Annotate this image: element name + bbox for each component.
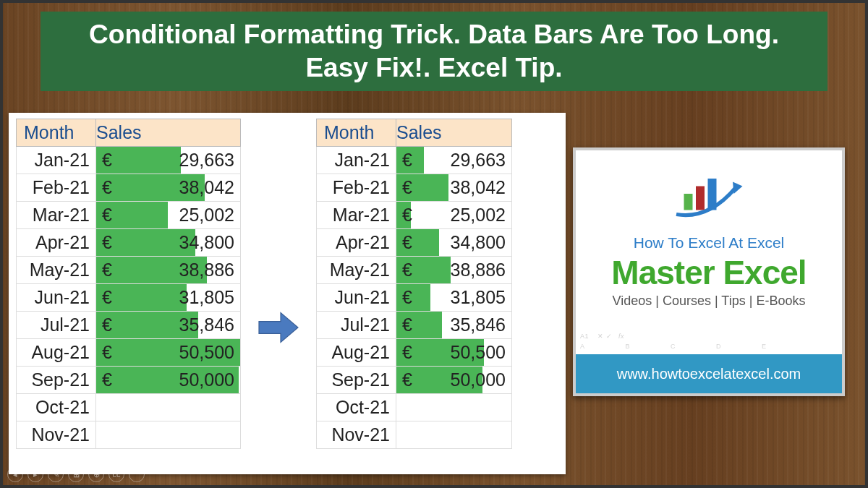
cell-sales: €29,663 [396, 147, 512, 174]
currency-symbol: € [402, 369, 417, 390]
promo-card: How To Excel At Excel Master Excel Video… [573, 147, 845, 396]
sales-value: 29,663 [451, 150, 506, 171]
currency-symbol: € [402, 232, 417, 253]
table-after: Month Sales Jan-21€29,663Feb-21€38,042Ma… [316, 119, 512, 449]
tables-panel: Month Sales Jan-21€29,663Feb-21€38,042Ma… [9, 113, 566, 474]
more-icon[interactable]: ⋯ [129, 466, 145, 482]
sales-value: 50,500 [179, 342, 234, 363]
table-row: Sep-21€50,000 [317, 367, 512, 394]
sales-value: 25,002 [451, 205, 506, 226]
logo-icon [590, 169, 827, 227]
sales-text: €38,886 [396, 257, 511, 283]
currency-symbol: € [402, 342, 417, 363]
arrow-icon [257, 306, 300, 349]
cell-sales [396, 394, 512, 421]
sales-text: €50,000 [396, 367, 511, 393]
promo-url: www.howtoexcelatexcel.com [576, 354, 842, 393]
slide-title: Conditional Formatting Trick. Data Bars … [55, 18, 813, 85]
cell-sales: €50,000 [96, 367, 241, 394]
table-row: Aug-21€50,500 [17, 339, 241, 367]
table-row: May-21€38,886 [17, 257, 241, 284]
sales-text: €50,500 [96, 340, 240, 365]
zoom-icon[interactable]: ⊕ [88, 466, 104, 482]
cell-sales: €38,886 [96, 257, 241, 284]
cell-month: Jan-21 [317, 147, 396, 174]
sales-value: 38,042 [451, 177, 506, 198]
currency-symbol: € [102, 369, 116, 390]
header-sales: Sales [96, 119, 241, 147]
ghost-grid: A1 ✕ ✓ fx ABCDE [580, 332, 835, 351]
table-row: Nov-21 [17, 421, 241, 449]
slide-canvas: Conditional Formatting Trick. Data Bars … [0, 0, 868, 488]
sales-text: €50,500 [396, 340, 511, 365]
header-month: Month [17, 119, 96, 147]
cell-sales: €38,042 [396, 174, 512, 202]
sales-value: 38,886 [451, 260, 506, 281]
table-row: Feb-21€38,042 [17, 174, 241, 202]
sales-value: 29,663 [179, 150, 234, 171]
table-row: Oct-21 [317, 394, 512, 421]
thumbnails-icon[interactable]: ⊞ [68, 466, 84, 482]
currency-symbol: € [402, 287, 417, 308]
promo-detail: Videos | Courses | Tips | E-Books [590, 294, 827, 309]
prev-slide-icon[interactable]: ◂ [7, 466, 23, 482]
table-row: Mar-21€25,002 [17, 202, 241, 229]
promo-subtitle: How To Excel At Excel [590, 234, 827, 252]
cell-month: Sep-21 [317, 367, 396, 394]
table-row: Aug-21€50,500 [317, 339, 512, 367]
table-row: Jan-21€29,663 [317, 147, 512, 174]
cell-sales: €29,663 [96, 147, 241, 174]
cell-sales: €50,000 [396, 367, 512, 394]
cell-month: Nov-21 [317, 421, 396, 449]
presenter-toolbar[interactable]: ◂ ▸ ✎ ⊞ ⊕ cc ⋯ [7, 466, 145, 482]
table-row: Apr-21€34,800 [317, 229, 512, 257]
cell-sales [96, 421, 241, 449]
sales-value: 50,000 [451, 369, 506, 390]
cell-month: Jun-21 [17, 284, 96, 312]
currency-symbol: € [102, 205, 116, 226]
currency-symbol: € [102, 232, 116, 253]
cell-month: Sep-21 [17, 367, 96, 394]
cell-month: Feb-21 [17, 174, 96, 202]
table-row: Apr-21€34,800 [17, 229, 241, 257]
cell-month: Jan-21 [17, 147, 96, 174]
sales-text: €38,042 [396, 175, 511, 200]
table-row: May-21€38,886 [317, 257, 512, 284]
cell-sales: €25,002 [396, 202, 512, 229]
cell-month: Jun-21 [317, 284, 396, 312]
promo-headline: Master Excel [590, 253, 827, 292]
cell-sales: €50,500 [96, 339, 241, 367]
table-before: Month Sales Jan-21€29,663Feb-21€38,042Ma… [16, 119, 241, 449]
cell-month: Jul-21 [17, 312, 96, 339]
table-row: Jan-21€29,663 [17, 147, 241, 174]
next-slide-icon[interactable]: ▸ [27, 466, 43, 482]
table-row: Sep-21€50,000 [17, 367, 241, 394]
currency-symbol: € [102, 150, 116, 171]
cell-sales: €38,886 [396, 257, 512, 284]
pen-icon[interactable]: ✎ [48, 466, 64, 482]
table-row: Nov-21 [317, 421, 512, 449]
cell-sales: €25,002 [96, 202, 241, 229]
currency-symbol: € [402, 177, 417, 198]
sales-text: €31,805 [396, 285, 511, 310]
cell-sales: €38,042 [96, 174, 241, 202]
table-row: Jul-21€35,846 [17, 312, 241, 339]
sales-value: 38,042 [179, 177, 234, 198]
cell-month: Jul-21 [317, 312, 396, 339]
cell-sales [396, 421, 512, 449]
table-row: Jun-21€31,805 [17, 284, 241, 312]
cell-month: Oct-21 [17, 394, 96, 421]
sales-text: €25,002 [396, 202, 511, 228]
sales-value: 34,800 [179, 232, 234, 253]
header-month: Month [317, 119, 396, 147]
sales-value: 50,000 [179, 369, 234, 390]
cell-month: Mar-21 [17, 202, 96, 229]
sales-value: 25,002 [179, 205, 234, 226]
cell-month: Apr-21 [17, 229, 96, 257]
svg-marker-4 [733, 182, 743, 194]
currency-symbol: € [102, 177, 116, 198]
subtitle-icon[interactable]: cc [109, 466, 124, 482]
sales-text: €35,846 [396, 312, 511, 338]
svg-rect-1 [684, 194, 693, 210]
sales-value: 35,846 [451, 314, 506, 335]
